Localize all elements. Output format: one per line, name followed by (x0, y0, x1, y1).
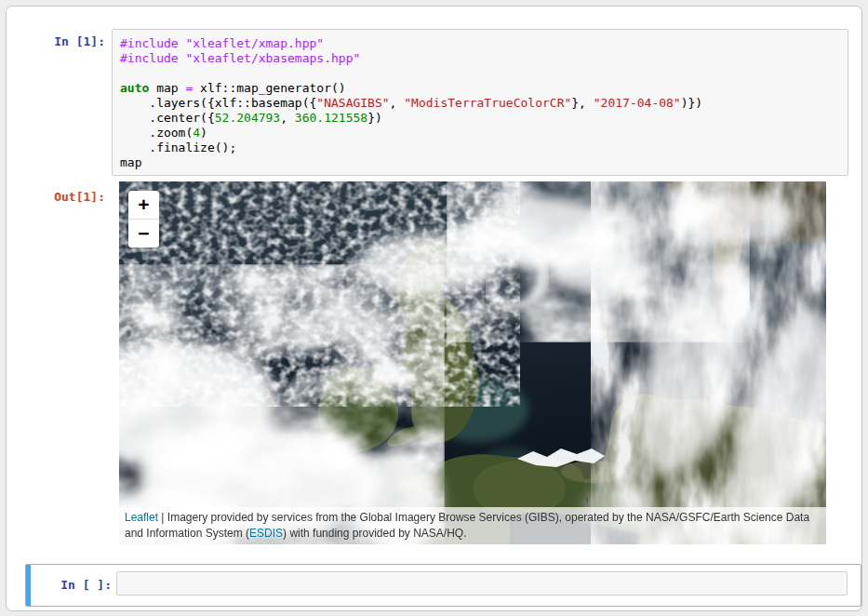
code-input-area[interactable]: #include "xleaflet/xmap.hpp"#include "xl… (112, 29, 848, 176)
output-prompt: Out[1]: (7, 190, 105, 204)
screen: In [1]: #include "xleaflet/xmap.hpp"#inc… (0, 0, 868, 616)
leaflet-attribution-link[interactable]: Leaflet (125, 511, 158, 524)
code-line: #include "xleaflet/xmap.hpp" (120, 36, 840, 51)
empty-code-cell[interactable]: In [ ]: (25, 564, 861, 607)
selected-cell-indicator (26, 565, 31, 606)
esdis-link[interactable]: ESDIS (249, 527, 283, 540)
map-zoom-control: + − (128, 191, 159, 248)
empty-code-input[interactable] (116, 571, 848, 596)
input-prompt: In [1]: (7, 34, 105, 48)
zoom-out-button[interactable]: − (128, 220, 159, 248)
zoom-in-button[interactable]: + (128, 191, 159, 220)
code-line: .layers({xlf::basemap({"NASAGIBS", "Modi… (120, 96, 840, 111)
code-line: #include "xleaflet/xbasemaps.hpp" (120, 51, 840, 66)
leaflet-map[interactable]: + − Leaflet | Imagery provided by servic… (119, 181, 826, 544)
attribution-text: ) with funding provided by NASA/HQ. (283, 527, 466, 540)
code-line: .zoom(4) (120, 126, 840, 141)
code-line: .finalize(); (120, 141, 840, 155)
code-line: .center({52.204793, 360.121558}) (120, 111, 840, 126)
code-line: map (120, 155, 840, 170)
empty-input-prompt: In [ ]: (33, 578, 112, 592)
code-line: auto map = xlf::map_generator() (120, 81, 840, 96)
code-content[interactable]: #include "xleaflet/xmap.hpp"#include "xl… (113, 30, 848, 177)
satellite-imagery (119, 181, 826, 544)
notebook-page: In [1]: #include "xleaflet/xmap.hpp"#inc… (6, 6, 862, 611)
map-attribution: Leaflet | Imagery provided by services f… (119, 507, 826, 544)
code-line (120, 66, 840, 81)
attribution-text: | Imagery provided by services from the … (125, 511, 809, 540)
